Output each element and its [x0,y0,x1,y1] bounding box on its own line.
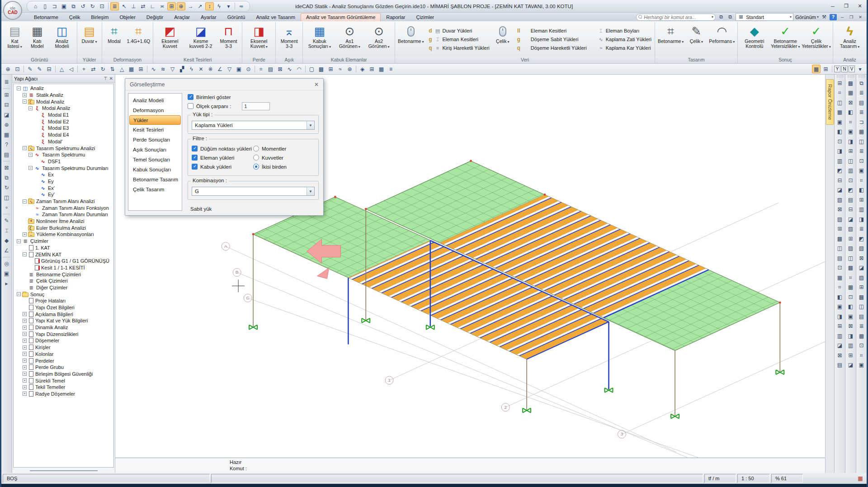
expand-icon[interactable]: + [23,385,27,389]
tab-Araçlar[interactable]: Araçlar [169,13,195,21]
report-tool-icon-15[interactable]: ▨ [835,215,844,224]
tool-icon-32[interactable]: ▤ [266,65,275,73]
tree-item-Modal Analiz[interactable]: −Modal Analiz [14,98,113,105]
tab-Ayarlar[interactable]: Ayarlar [195,13,222,21]
filter-check-Eleman yükleri[interactable]: Eleman yükleri [192,154,253,161]
ribbon-button-Çelik[interactable]: ✎Çelik▾ [685,23,707,56]
tree-item-Nonlineer İtme Analizi[interactable]: Nonlineer İtme Analizi [14,218,113,225]
tool-icon-9[interactable]: ◁ [67,65,75,73]
tree-item-Modal'[interactable]: Modal' [14,138,113,145]
expand-icon[interactable]: + [23,365,27,369]
element-tool-icon-26[interactable]: ⊠ [846,322,855,331]
qat-icon-6[interactable]: ↺ [79,2,87,10]
filter-radio-İkisi birden[interactable]: İkisi birden [253,163,315,170]
tool-icon-19[interactable]: ∿ [149,65,158,73]
left-tool-icon-18[interactable]: ⌶ [2,226,11,235]
element-tool-icon-23[interactable]: ⊡ [846,293,855,302]
status-units-cell[interactable]: tf / m [704,474,736,483]
tab-Raporlar[interactable]: Raporlar [381,13,410,21]
tree-item-Radye Döşemeler[interactable]: +Radye Döşemeler [14,391,113,397]
collapse-icon[interactable]: − [17,86,21,90]
tree-item-Yükleme Kombinasyonları[interactable]: +Yükleme Kombinasyonları [14,231,113,238]
output-tool-icon-3[interactable]: ▤ [857,98,866,107]
expand-icon[interactable]: + [23,332,27,336]
report-tool-icon-9[interactable]: ▥ [835,156,844,165]
ribbon-button-Kabuk Sonuçları[interactable]: ▦Kabuk Sonuçları▾ [304,23,335,56]
toolbar-grip[interactable] [859,76,865,77]
tool-icon-44[interactable]: ⊞ [368,65,376,73]
left-tool-icon-20[interactable]: ∠ [2,246,11,255]
qat-icon-17[interactable]: ⊕ [177,2,185,10]
report-tool-icon-8[interactable]: ◨ [835,147,844,156]
ribbon-button-Kesme kuvveti 2-2[interactable]: ◪Kesme kuvveti 2-2 [185,23,216,56]
collapse-icon[interactable]: − [28,166,33,170]
tree-item-Perde Grubu[interactable]: +Perde Grubu [14,364,113,371]
dialog-title-bar[interactable]: Görselleştirme ✕ [125,79,323,90]
ribbon-button-Çelik[interactable]: Çelik▾ [492,23,514,56]
report-tool-icon-26[interactable]: ⊞ [835,322,844,331]
report-tool-icon-30[interactable]: ▤ [835,361,844,370]
collapse-icon[interactable]: − [17,239,21,243]
output-tool-icon-9[interactable]: ⊡ [857,156,866,165]
output-tool-icon-6[interactable]: ▦ [857,128,866,137]
element-tool-icon-20[interactable]: ▩ [846,264,855,273]
tree-item-Euler Burkulma Analizi[interactable]: Euler Burkulma Analizi [14,224,113,231]
tool-icon-38[interactable]: ▩ [317,65,326,73]
element-tool-icon-16[interactable]: ▧ [846,225,855,234]
tree-item-Ey[interactable]: Ey [14,178,113,185]
output-tool-icon-26[interactable]: ≣ [857,322,866,331]
ribbon-button-Katı Model[interactable]: ▦Katı Model [26,23,48,56]
collapse-icon[interactable]: − [28,153,33,157]
element-tool-icon-24[interactable]: ◧ [846,303,855,312]
element-tool-icon-18[interactable]: ▨ [846,244,855,253]
expand-icon[interactable]: + [23,232,27,236]
tree-item-Döşemeler[interactable]: +Döşemeler [14,337,113,344]
tool-icon-33[interactable]: ⊠ [276,65,284,73]
collapse-icon[interactable]: − [23,146,27,150]
report-tool-icon-23[interactable]: ◧ [835,293,844,302]
qat-icon-5[interactable]: ⧉ [69,2,78,10]
checkbox[interactable] [192,164,198,170]
dialog-category-Perde Sonuçları[interactable]: Perde Sonuçları [128,135,182,145]
element-tool-icon-1[interactable]: ▩ [846,79,855,88]
dialog-category-Deformasyon[interactable]: Deformasyon [128,105,182,115]
combination-select[interactable]: G ▼ [192,187,315,196]
output-tool-icon-7[interactable]: ◫ [857,137,866,146]
tree-item-Yapı Özet Bilgileri[interactable]: Yapı Özet Bilgileri [14,304,113,311]
report-tool-icon-5[interactable]: ▣ [835,118,844,127]
report-tool-icon-7[interactable]: ⊡ [835,137,844,146]
tool-icon-48[interactable]: ▦ [812,65,821,73]
qat-icon-3[interactable]: ⊐ [50,2,59,10]
tree-item-Dinamik Analiz[interactable]: +Dinamik Analiz [14,324,113,331]
layer-stack-icon[interactable]: ⧉ [726,14,734,20]
report-tool-icon-28[interactable]: ◪ [835,341,844,350]
report-tool-icon-1[interactable]: ⊞ [835,79,844,88]
ribbon-button-Analiz Modeli[interactable]: ◫Analiz Modeli [49,23,75,56]
left-tool-icon-1[interactable]: ≣ [2,77,11,86]
tool-icon-12[interactable]: ⇄ [89,65,98,73]
ribbon-button-Eksenel Kuvvet[interactable]: ◨Eksenel Kuvvet▾ [244,23,274,56]
ribbon-item-Kaplama Kar Yükleri[interactable]: ≈Kaplama Kar Yükleri [591,44,651,52]
command-search-box[interactable]: ▾ [636,14,716,21]
search-dropdown-icon[interactable]: ▾ [712,15,713,19]
qat-icon-16[interactable]: ⊞ [167,2,176,10]
tree-item-Statik Analiz[interactable]: +Statik Analiz [14,92,113,99]
tree-item-Modal E3[interactable]: Modal E3 [14,125,113,132]
collapse-icon[interactable]: − [23,252,27,256]
tool-icon-26[interactable]: ∠ [216,65,224,73]
load-type-select[interactable]: Kaplama Yükleri ▼ [192,121,315,130]
output-tool-icon-14[interactable]: ▥ [857,205,866,214]
output-tool-icon-15[interactable]: ◨ [857,215,866,224]
element-tool-icon-10[interactable]: ▥ [846,166,855,175]
report-tool-icon-21[interactable]: ▦ [835,273,844,282]
ribbon-item-Eleman Kesitleri[interactable]: g⌶Eleman Kesitleri [427,36,489,43]
tab-Çelik[interactable]: Çelik [64,13,85,21]
element-tool-icon-22[interactable]: ▦ [846,283,855,292]
left-tool-icon-19[interactable]: ◆ [2,236,11,245]
qat-icon-21[interactable]: ϟ [215,2,223,10]
view-toggle-V[interactable]: V [849,66,855,72]
tree-item-Kolonlar[interactable]: +Kolonlar [14,351,113,358]
tool-icon-34[interactable]: ∿ [285,65,294,73]
view-toggle-N[interactable]: N [841,66,848,72]
left-tool-icon-22[interactable]: ◎ [2,259,11,268]
